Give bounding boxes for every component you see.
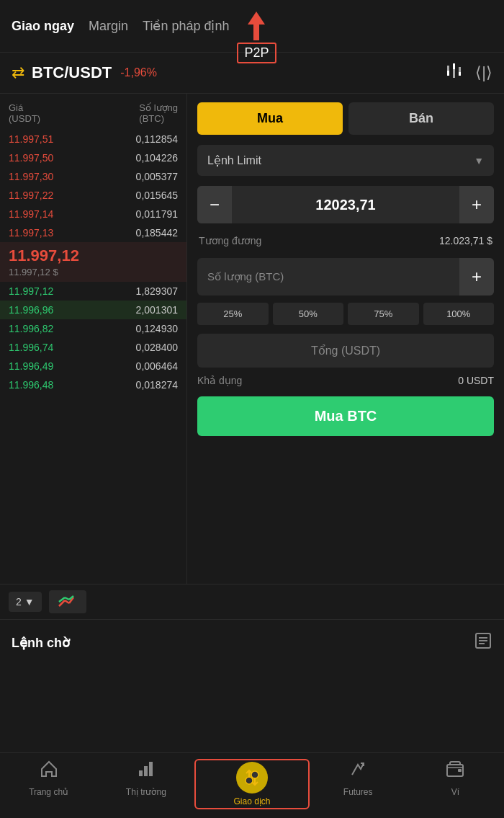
svg-rect-18 [139, 770, 143, 776]
ob-buy-row: 11.997,12 1,829307 [0, 282, 186, 301]
svg-rect-20 [149, 762, 153, 776]
svg-point-21 [246, 777, 253, 784]
nav-tab-wallet[interactable]: Ví [407, 759, 504, 809]
nav-tab-home-label: Trang chủ [29, 787, 68, 797]
equiv-value: 12.023,71 $ [439, 235, 492, 246]
ob-headers: Giá(USDT) Số lượng(BTC) [0, 99, 186, 130]
nav-margin[interactable]: Margin [89, 19, 128, 34]
pending-orders-icon[interactable] [474, 631, 492, 654]
svg-line-12 [65, 597, 69, 600]
qty-add-button[interactable]: + [459, 258, 494, 295]
ob-sell-row: 11.997,13 0,185442 [0, 223, 186, 242]
trading-panel: Mua Bán Lệnh Limit ▼ − + Tương đương 12.… [187, 94, 504, 584]
depth-value: 2 [16, 596, 22, 608]
buy-price-2: 11.996,96 [9, 304, 53, 316]
buy-qty-6: 0,018274 [136, 379, 178, 391]
pending-section: Lệnh chờ [0, 619, 504, 706]
market-icon [136, 759, 156, 784]
wallet-icon [445, 759, 465, 784]
svg-marker-0 [248, 12, 265, 25]
chart-type-button[interactable] [49, 590, 86, 613]
ob-sell-row: 11.997,14 0,011791 [0, 205, 186, 223]
avail-value: 0 USDT [458, 375, 494, 386]
p2p-arrow-wrapper: P2P [243, 10, 269, 42]
chart-lines-icon [58, 595, 78, 609]
avail-label: Khả dụng [197, 375, 242, 386]
nav-p2p[interactable]: P2P [237, 43, 276, 63]
price-increase-button[interactable]: + [459, 186, 494, 223]
svg-rect-5 [453, 63, 455, 69]
pct-25-button[interactable]: 25% [197, 303, 269, 325]
buy-price-4: 11.996,74 [9, 342, 53, 353]
depth-selector[interactable]: 2 ▼ [9, 592, 42, 612]
total-label: Tổng (USDT) [311, 344, 380, 357]
svg-line-9 [65, 600, 69, 603]
ob-sell-row: 11.997,50 0,104226 [0, 148, 186, 167]
chart-settings-icon[interactable] [445, 61, 464, 84]
sell-tab[interactable]: Bán [348, 102, 494, 135]
current-price-section: 11.997,12 11.997,12 $ [0, 242, 186, 282]
buy-price-5: 11.996,49 [9, 360, 53, 372]
nav-tab-trade-label: Giao dịch [233, 796, 270, 806]
ob-buy-row: 11.996,49 0,006464 [0, 357, 186, 375]
order-type-dropdown[interactable]: Lệnh Limit ▼ [197, 145, 494, 176]
ob-qty-header: Số lượng(BTC) [139, 102, 178, 124]
sell-qty-4: 0,015645 [136, 190, 178, 201]
pending-title: Lệnh chờ [12, 635, 70, 651]
nav-tien-phap-dinh[interactable]: Tiền pháp định [143, 18, 229, 34]
nav-tab-trade[interactable]: Giao dịch [194, 759, 309, 809]
svg-rect-3 [447, 71, 449, 76]
sell-price-2: 11.997,50 [9, 152, 53, 164]
buy-price-3: 11.996,82 [9, 323, 53, 334]
pct-50-button[interactable]: 50% [273, 303, 344, 325]
sell-price-5: 11.997,14 [9, 208, 53, 220]
nav-tab-futures[interactable]: Futures [310, 759, 407, 809]
ob-buy-row: 11.996,96 2,001301 [0, 301, 186, 319]
nav-tab-market[interactable]: Thị trường [97, 759, 194, 809]
avail-row: Khả dụng 0 USDT [197, 375, 494, 386]
svg-point-22 [251, 771, 258, 778]
trade-icon [236, 762, 268, 793]
qty-input-row: Số lượng (BTC) + [197, 258, 494, 295]
nav-tab-market-label: Thị trường [126, 787, 166, 797]
buy-tab[interactable]: Mua [197, 102, 343, 135]
ob-buy-row: 11.996,48 0,018274 [0, 375, 186, 394]
bottom-controls: 2 ▼ [0, 584, 504, 619]
svg-rect-1 [253, 25, 259, 40]
ob-buy-row: 11.996,82 0,124930 [0, 319, 186, 338]
sell-qty-2: 0,104226 [136, 152, 178, 164]
sell-qty-3: 0,005377 [136, 171, 178, 182]
main-content: Giá(USDT) Số lượng(BTC) 11.997,51 0,1128… [0, 94, 504, 584]
price-input[interactable] [232, 197, 459, 213]
top-nav: Giao ngay Margin Tiền pháp định P2P [0, 0, 504, 53]
pair-name[interactable]: BTC/USDT [32, 63, 112, 82]
equiv-row: Tương đương 12.023,71 $ [197, 231, 494, 251]
buy-qty-2: 2,001301 [136, 304, 178, 316]
collapse-icon[interactable]: ⟨|⟩ [475, 63, 492, 82]
svg-rect-17 [479, 643, 485, 644]
bottom-nav: Trang chủ Thị trường Giao dịch [0, 752, 504, 818]
nav-tab-home[interactable]: Trang chủ [0, 759, 97, 809]
sell-price-3: 11.997,30 [9, 171, 53, 182]
order-book: Giá(USDT) Số lượng(BTC) 11.997,51 0,1128… [0, 94, 187, 584]
equiv-label: Tương đương [199, 235, 261, 246]
nav-tab-wallet-label: Ví [451, 787, 459, 797]
sell-qty-5: 0,011791 [136, 208, 178, 220]
buy-btc-button[interactable]: Mua BTC [197, 396, 494, 436]
swap-icon[interactable]: ⇄ [12, 63, 24, 82]
svg-rect-26 [458, 769, 462, 772]
total-row: Tổng (USDT) [197, 334, 494, 368]
svg-rect-7 [459, 72, 461, 76]
buy-price-1: 11.997,12 [9, 285, 53, 297]
ob-sell-row: 11.997,51 0,112854 [0, 130, 186, 148]
price-decrease-button[interactable]: − [197, 186, 232, 223]
svg-rect-19 [144, 766, 148, 776]
buy-qty-5: 0,006464 [136, 360, 178, 372]
ob-price-header: Giá(USDT) [9, 102, 40, 124]
sell-qty-6: 0,185442 [136, 227, 178, 239]
pct-100-button[interactable]: 100% [423, 303, 495, 325]
svg-rect-16 [479, 640, 487, 641]
nav-giao-ngay[interactable]: Giao ngay [12, 19, 74, 34]
pct-75-button[interactable]: 75% [348, 303, 419, 325]
ob-sell-row: 11.997,30 0,005377 [0, 167, 186, 186]
